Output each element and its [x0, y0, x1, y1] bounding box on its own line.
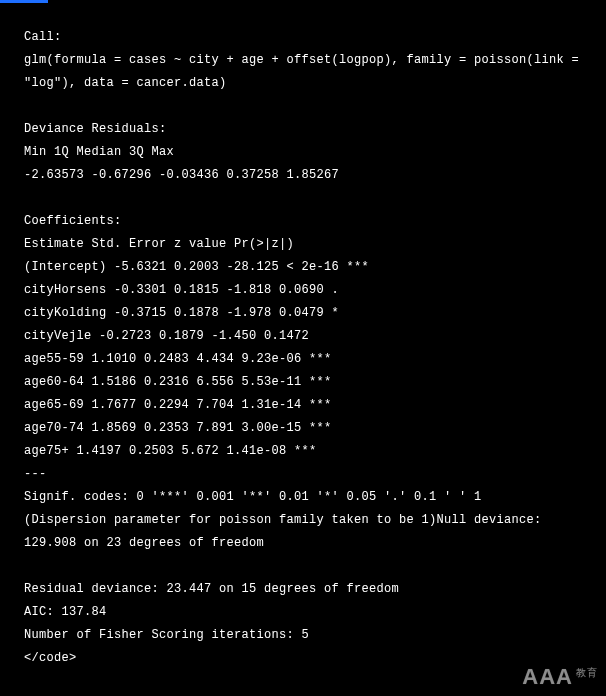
output-line: cityVejle -0.2723 0.1879 -1.450 0.1472 — [24, 325, 582, 348]
top-progress-bar — [0, 0, 48, 3]
output-line: glm(formula = cases ~ city + age + offse… — [24, 49, 582, 72]
output-line: </code> — [24, 647, 582, 670]
output-line: "log"), data = cancer.data) — [24, 72, 582, 95]
output-line: cityKolding -0.3715 0.1878 -1.978 0.0479… — [24, 302, 582, 325]
output-line: Number of Fisher Scoring iterations: 5 — [24, 624, 582, 647]
output-line: AIC: 137.84 — [24, 601, 582, 624]
output-line: Residual deviance: 23.447 on 15 degrees … — [24, 578, 582, 601]
output-line: Coefficients: — [24, 210, 582, 233]
output-line: (Intercept) -5.6321 0.2003 -28.125 < 2e-… — [24, 256, 582, 279]
output-line: Estimate Std. Error z value Pr(>|z|) — [24, 233, 582, 256]
output-line: --- — [24, 463, 582, 486]
output-line: cityHorsens -0.3301 0.1815 -1.818 0.0690… — [24, 279, 582, 302]
blank-line — [24, 187, 582, 210]
output-line: 129.908 on 23 degrees of freedom — [24, 532, 582, 555]
output-line: Signif. codes: 0 '***' 0.001 '**' 0.01 '… — [24, 486, 582, 509]
output-line: Call: — [24, 26, 582, 49]
output-line: age65-69 1.7677 0.2294 7.704 1.31e-14 **… — [24, 394, 582, 417]
output-line: Min 1Q Median 3Q Max — [24, 141, 582, 164]
output-line: age55-59 1.1010 0.2483 4.434 9.23e-06 **… — [24, 348, 582, 371]
output-line: age60-64 1.5186 0.2316 6.556 5.53e-11 **… — [24, 371, 582, 394]
output-line: Deviance Residuals: — [24, 118, 582, 141]
output-line: -2.63573 -0.67296 -0.03436 0.37258 1.852… — [24, 164, 582, 187]
blank-line — [24, 95, 582, 118]
output-line: (Dispersion parameter for poisson family… — [24, 509, 582, 532]
output-line: age75+ 1.4197 0.2503 5.672 1.41e-08 *** — [24, 440, 582, 463]
blank-line — [24, 555, 582, 578]
code-output-block: Call:glm(formula = cases ~ city + age + … — [24, 26, 582, 670]
output-line: age70-74 1.8569 0.2353 7.891 3.00e-15 **… — [24, 417, 582, 440]
